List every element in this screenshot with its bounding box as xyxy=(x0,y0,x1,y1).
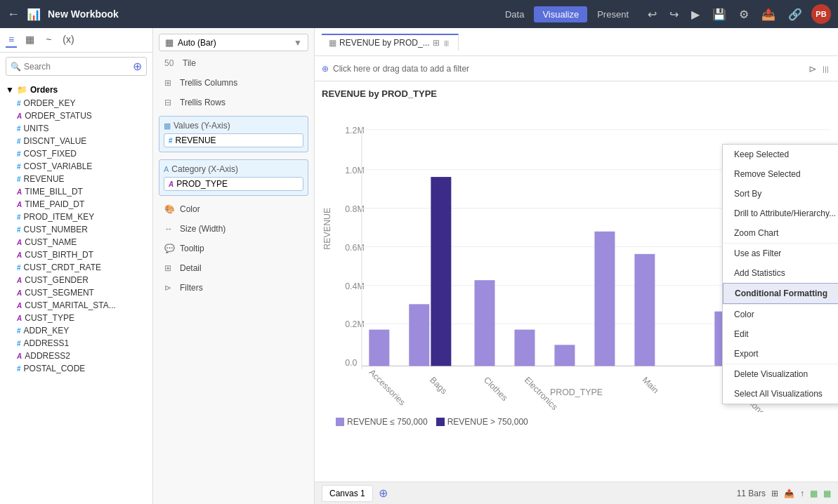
menu-export[interactable]: Export ▶ xyxy=(723,344,838,364)
prodtype-chip[interactable]: A PROD_TYPE xyxy=(164,177,303,191)
legend-label-low: REVENUE ≤ 750,000 xyxy=(347,417,428,427)
bar-electronics-1[interactable] xyxy=(514,330,535,366)
values-axis-title: ▦ Values (Y-Axis) xyxy=(164,121,303,131)
field-ADDRESS2[interactable]: AADDRESS2 xyxy=(0,350,152,362)
bar-accessories-1[interactable] xyxy=(369,330,389,366)
panel-icon-filter[interactable]: (x) xyxy=(60,32,77,48)
nav-visualize[interactable]: Visualize xyxy=(534,6,587,22)
svg-text:PROD_TYPE: PROD_TYPE xyxy=(550,387,603,397)
menu-keep-selected[interactable]: Keep Selected xyxy=(723,145,838,164)
bar-bags-2[interactable] xyxy=(431,177,451,366)
bottom-green-icon-1[interactable]: ▦ xyxy=(810,489,818,498)
detail-icon: ⊞ xyxy=(164,263,176,273)
panel-icon-chart[interactable]: ▦ xyxy=(22,32,37,48)
main-layout: ≡ ▦ ~ (x) 🔍 ⊕ ▼ 📁 Orders #ORDER_KEY AORD… xyxy=(0,28,838,504)
color-row[interactable]: 🎨 Color xyxy=(159,201,308,217)
bottom-refresh-icon[interactable]: ↑ xyxy=(800,489,804,498)
menu-use-as-filter[interactable]: Use as Filter xyxy=(723,244,838,263)
field-CUST_MARITAL_STA[interactable]: ACUST_MARITAL_STA... xyxy=(0,299,152,312)
filter-placeholder: Click here or drag data to add a filter xyxy=(333,64,804,74)
svg-text:Main: Main xyxy=(641,375,661,395)
field-PROD_ITEM_KEY[interactable]: #PROD_ITEM_KEY xyxy=(0,211,152,223)
color-icon: 🎨 xyxy=(164,204,176,214)
field-ORDER_KEY[interactable]: #ORDER_KEY xyxy=(0,97,152,110)
filter-settings-icon[interactable]: ⊳ xyxy=(808,63,817,74)
bar-footwear-1[interactable] xyxy=(554,345,575,366)
field-CUST_BIRTH_DT[interactable]: ACUST_BIRTH_DT xyxy=(0,248,152,261)
menu-sort-by[interactable]: Sort By ▶ xyxy=(723,184,838,204)
chart-type-selector[interactable]: ▦ Auto (Bar) ▼ xyxy=(159,34,308,51)
prodtype-type-icon: A xyxy=(169,180,174,188)
save-button[interactable]: 💾 xyxy=(709,6,730,22)
field-CUST_NUMBER[interactable]: #CUST_NUMBER xyxy=(0,223,152,236)
bar-clothes-1[interactable] xyxy=(475,280,495,366)
menu-conditional-formatting[interactable]: Conditional Formatting ▶ xyxy=(723,283,838,304)
svg-text:0.0: 0.0 xyxy=(345,358,357,368)
panel-icon-analytics[interactable]: ~ xyxy=(43,32,54,48)
filter-add-button[interactable]: ⊕ xyxy=(322,64,329,74)
menu-select-all-viz[interactable]: Select All Visualizations xyxy=(723,384,838,404)
panel-icon-data[interactable]: ≡ xyxy=(6,32,17,48)
trellis-rows-row[interactable]: ⊟ Trellis Rows xyxy=(159,95,308,110)
size-row[interactable]: ↔ Size (Width) xyxy=(159,221,308,237)
share-button[interactable]: 🔗 xyxy=(785,6,806,22)
menu-delete-viz[interactable]: Delete Visualization xyxy=(723,364,838,384)
export-button[interactable]: 📤 xyxy=(758,6,779,22)
tooltip-row[interactable]: 💬 Tooltip xyxy=(159,241,308,256)
field-CUST_CRDT_RATE[interactable]: #CUST_CRDT_RATE xyxy=(0,261,152,274)
add-canvas-button[interactable]: ⊕ xyxy=(379,486,388,500)
bar-bags-1[interactable] xyxy=(409,304,429,366)
add-field-button[interactable]: ⊕ xyxy=(133,60,142,73)
field-COST_FIXED[interactable]: #COST_FIXED xyxy=(0,147,152,160)
menu-drill[interactable]: Drill to Attribute/Hierarchy... xyxy=(723,204,838,223)
field-POSTAL_CODE[interactable]: #POSTAL_CODE xyxy=(0,362,152,375)
bottom-export-icon[interactable]: 📤 xyxy=(784,489,794,498)
field-CUST_TYPE[interactable]: ACUST_TYPE xyxy=(0,312,152,324)
field-CUST_NAME[interactable]: ACUST_NAME xyxy=(0,236,152,248)
field-UNITS[interactable]: #UNITS xyxy=(0,122,152,135)
menu-zoom[interactable]: Zoom Chart xyxy=(723,223,838,243)
more-button[interactable]: ⚙ xyxy=(735,6,752,22)
middle-panel: ▦ Auto (Bar) ▼ 50 Tile ⊞ Trellis Columns… xyxy=(153,28,315,504)
bottom-green-icon-2[interactable]: ▦ xyxy=(823,489,831,498)
nav-present[interactable]: Present xyxy=(589,6,637,22)
field-ADDR_KEY[interactable]: #ADDR_KEY xyxy=(0,324,152,337)
field-CUST_SEGMENT[interactable]: ACUST_SEGMENT xyxy=(0,286,152,299)
field-TIME_BILL_DT[interactable]: ATIME_BILL_DT xyxy=(0,185,152,198)
user-avatar[interactable]: PB xyxy=(811,4,831,24)
canvas-tab[interactable]: Canvas 1 xyxy=(322,485,373,502)
bar-main-1[interactable] xyxy=(634,254,655,366)
search-input[interactable] xyxy=(24,62,130,72)
filter-bar: ⊕ Click here or drag data to add a filte… xyxy=(315,56,838,81)
visualization-tab[interactable]: ▦ REVENUE by PROD_... ⊞ ⫼ xyxy=(322,34,459,51)
play-button[interactable]: ▶ xyxy=(688,6,703,22)
field-REVENUE[interactable]: #REVENUE xyxy=(0,173,152,185)
back-button[interactable]: ← xyxy=(7,7,20,22)
field-ORDER_STATUS[interactable]: AORDER_STATUS xyxy=(0,110,152,122)
filter-columns-icon[interactable]: ⫼ xyxy=(821,63,831,74)
undo-button[interactable]: ↩ xyxy=(644,6,660,22)
detail-row[interactable]: ⊞ Detail xyxy=(159,260,308,276)
redo-button[interactable]: ↪ xyxy=(666,6,682,22)
tooltip-icon: 💬 xyxy=(164,244,176,253)
revenue-chip[interactable]: # REVENUE xyxy=(164,133,303,147)
field-ADDRESS1[interactable]: #ADDRESS1 xyxy=(0,337,152,350)
menu-remove-selected[interactable]: Remove Selected xyxy=(723,164,838,184)
menu-edit[interactable]: Edit ▶ xyxy=(723,324,838,344)
bar-housewares-1[interactable] xyxy=(594,232,615,366)
field-COST_VARIABLE[interactable]: #COST_VARIABLE xyxy=(0,160,152,173)
nav-data[interactable]: Data xyxy=(497,6,532,22)
chart-type-icon: ▦ xyxy=(165,37,174,48)
field-group-orders[interactable]: ▼ 📁 Orders xyxy=(0,83,152,97)
field-DISCNT_VALUE[interactable]: #DISCNT_VALUE xyxy=(0,135,152,147)
menu-add-statistics[interactable]: Add Statistics ▶ xyxy=(723,263,838,283)
chart-wrapper: 1.2M 1.0M 0.8M 0.6M 0.4M 0.2M 0.0 xyxy=(322,102,831,467)
bottom-grid-icon[interactable]: ⊞ xyxy=(771,489,778,498)
field-CUST_GENDER[interactable]: ACUST_GENDER xyxy=(0,274,152,286)
menu-color[interactable]: Color ▶ xyxy=(723,305,838,324)
search-box[interactable]: 🔍 ⊕ xyxy=(6,57,147,76)
filters-row[interactable]: ⊳ Filters xyxy=(159,280,308,296)
canvas-area: ▦ REVENUE by PROD_... ⊞ ⫼ ⊕ Click here o… xyxy=(315,28,838,504)
field-TIME_PAID_DT[interactable]: ATIME_PAID_DT xyxy=(0,198,152,211)
trellis-columns-row[interactable]: ⊞ Trellis Columns xyxy=(159,75,308,91)
